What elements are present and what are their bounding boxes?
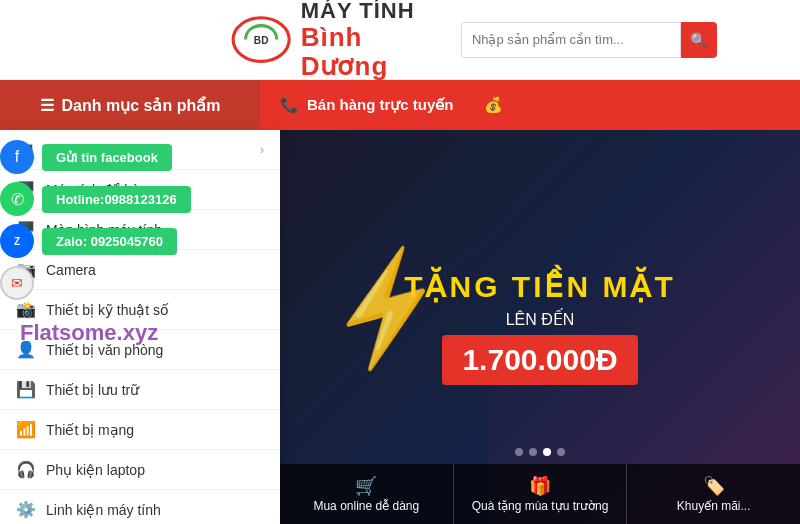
dropdown-item-icon-6: 💾	[16, 380, 36, 399]
banner-dot-0[interactable]	[515, 448, 523, 456]
cart-icon: 💰	[484, 96, 503, 114]
dropdown-item-icon-9: ⚙️	[16, 500, 36, 519]
bottom-label-0: Mua online dễ dàng	[313, 499, 419, 513]
dropdown-item-icon-4: 📸	[16, 300, 36, 319]
search-area: 🔍	[461, 22, 717, 58]
zalo-icon: Z	[0, 224, 34, 258]
bottom-icon-2: 🏷️	[703, 475, 725, 497]
bottom-icon-0: 🛒	[355, 475, 377, 497]
nav-right: 📞 Bán hàng trực tuyến 💰	[260, 96, 523, 114]
facebook-icon: f	[0, 140, 34, 174]
dropdown-item-label-8: Phụ kiện laptop	[46, 462, 145, 478]
dropdown-arrow-icon: ›	[260, 143, 264, 157]
dropdown-item-7[interactable]: 📶 Thiết bị mạng	[0, 410, 280, 450]
header: BD MÁY TÍNH Bình Dương 🔍	[0, 0, 800, 80]
bottom-label-1: Quà tặng mùa tựu trường	[472, 499, 609, 513]
bottom-strip: 🛒 Mua online dễ dàng 🎁 Quà tặng mùa tựu …	[280, 464, 800, 524]
bottom-item-0[interactable]: 🛒 Mua online dễ dàng	[280, 464, 454, 524]
dropdown-item-6[interactable]: 💾 Thiết bị lưu trữ	[0, 370, 280, 410]
email-icon: ✉	[0, 266, 34, 300]
banner-dots	[280, 448, 800, 456]
dropdown-item-label-4: Thiết bị kỹ thuật số	[46, 302, 169, 318]
search-button[interactable]: 🔍	[681, 22, 717, 58]
zalo-label: Zalo: 0925045760	[42, 228, 177, 255]
dropdown-item-icon-7: 📶	[16, 420, 36, 439]
logo-text: MÁY TÍNH Bình Dương	[301, 0, 441, 80]
sell-online-button[interactable]: 📞 Bán hàng trực tuyến	[280, 96, 454, 114]
dropdown-item-label-6: Thiết bị lưu trữ	[46, 382, 139, 398]
navbar: ☰ Danh mục sản phẩm 📞 Bán hàng trực tuyế…	[0, 80, 800, 130]
email-button[interactable]: ✉	[0, 266, 191, 300]
cart-button[interactable]: 💰	[484, 96, 503, 114]
logo-icon: BD	[230, 10, 292, 70]
dropdown-item-label-7: Thiết bị mạng	[46, 422, 134, 438]
menu-label: Danh mục sản phẩm	[62, 96, 221, 115]
bottom-item-2[interactable]: 🏷️ Khuyến mãi...	[627, 464, 800, 524]
logo-area: BD MÁY TÍNH Bình Dương	[230, 0, 440, 80]
banner-dot-2[interactable]	[543, 448, 551, 456]
dropdown-item-label-9: Linh kiện máy tính	[46, 502, 161, 518]
bottom-item-1[interactable]: 🎁 Quà tặng mùa tựu trường	[454, 464, 628, 524]
bottom-label-2: Khuyến mãi...	[677, 499, 751, 513]
hotline-label: Hotline:0988123126	[42, 186, 191, 213]
banner-amount: 1.700.000Đ	[442, 335, 637, 385]
dropdown-item-8[interactable]: 🎧 Phụ kiện laptop	[0, 450, 280, 490]
sidebar-float: f Gửi tin facebook ✆ Hotline:0988123126 …	[0, 140, 191, 300]
flatsome-link[interactable]: Flatsome.xyz	[20, 320, 158, 346]
phone-icon: 📞	[280, 96, 299, 114]
bottom-icon-1: 🎁	[529, 475, 551, 497]
facebook-button[interactable]: f Gửi tin facebook	[0, 140, 191, 174]
logo-may-tinh: MÁY TÍNH	[301, 0, 441, 23]
hamburger-icon: ☰	[40, 96, 54, 115]
dropdown-item-9[interactable]: ⚙️ Linh kiện máy tính	[0, 490, 280, 524]
sell-online-label: Bán hàng trực tuyến	[307, 96, 454, 114]
svg-text:BD: BD	[254, 35, 269, 46]
banner-dot-1[interactable]	[529, 448, 537, 456]
facebook-label: Gửi tin facebook	[42, 144, 172, 171]
dropdown-item-icon-8: 🎧	[16, 460, 36, 479]
logo-binh-duong: Bình Dương	[301, 23, 441, 80]
hotline-button[interactable]: ✆ Hotline:0988123126	[0, 182, 191, 216]
banner-content: TẶNG TIỀN MẶT LÊN ĐẾN 1.700.000Đ ⚡	[404, 269, 676, 385]
search-input[interactable]	[461, 22, 681, 58]
main-area: 💻 Laptop › 🖥️ Máy tính để bàn 🖥️ Màn hìn…	[0, 130, 800, 524]
whatsapp-icon: ✆	[0, 182, 34, 216]
banner-dot-3[interactable]	[557, 448, 565, 456]
zalo-button[interactable]: Z Zalo: 0925045760	[0, 224, 191, 258]
menu-button[interactable]: ☰ Danh mục sản phẩm	[0, 80, 260, 130]
